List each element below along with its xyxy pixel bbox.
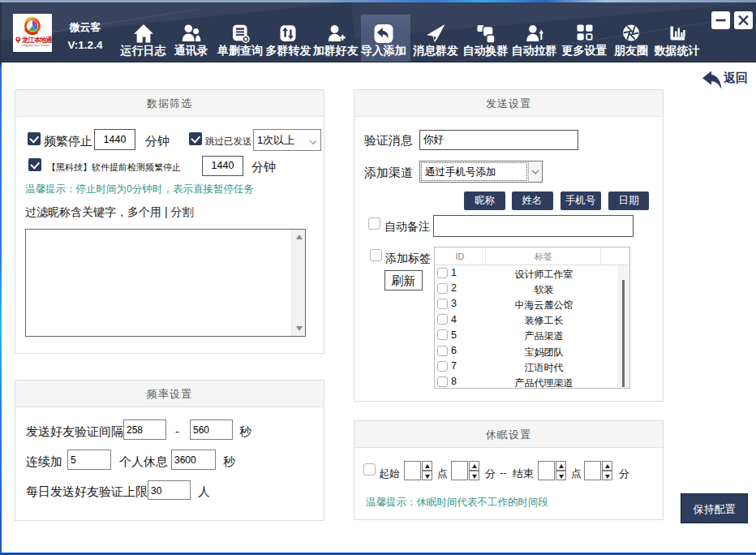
svg-text:Longjiang Local Connect: Longjiang Local Connect: [22, 44, 50, 47]
svg-text:龙江本地通: 龙江本地通: [21, 36, 53, 44]
